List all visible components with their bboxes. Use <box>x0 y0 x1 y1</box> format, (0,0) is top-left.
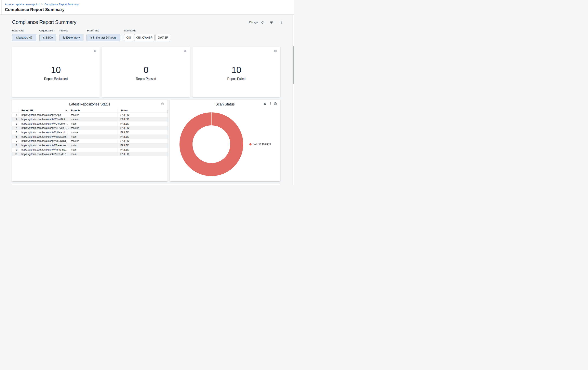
repo-url-cell: https://github.com/lavakush07/lavakush… <box>19 134 69 139</box>
table-row: 10 https://github.com/lavakush07/website… <box>12 152 168 156</box>
table-row: 4 https://github.com/lavakush07/COVID_T…… <box>12 126 168 130</box>
repo-url-cell: https://github.com/lavakush07/MS.DHO… <box>19 139 69 143</box>
tile-repos-evaluated: 10 Repos Evaluated <box>12 47 100 97</box>
status-cell: FAILED <box>118 130 168 134</box>
filters-button[interactable] <box>270 21 273 24</box>
standards-option-cis[interactable]: CIS <box>124 34 133 41</box>
branch-cell: master <box>69 113 118 117</box>
repos-evaluated-value: 10 <box>12 66 100 74</box>
row-index: 1 <box>12 113 19 117</box>
repositories-table: Repo URL Branch Status 1 https://github.… <box>12 109 168 156</box>
repo-url-header-label: Repo URL <box>21 109 34 112</box>
status-cell: FAILED <box>118 117 168 121</box>
filter-label-organization: Organization <box>39 29 54 32</box>
repo-url-cell: https://github.com/lavakush07/Chrome-… <box>19 121 69 126</box>
standards-option-cis-owasp[interactable]: CIS, OWASP <box>134 34 155 41</box>
row-index: 8 <box>12 143 19 148</box>
repo-url-cell: https://github.com/lavakush07/ChatBot <box>19 117 69 121</box>
page-scrollbar-track <box>292 15 294 185</box>
globe-icon[interactable] <box>274 50 277 53</box>
repo-url-cell: https://github.com/lavakush07/Reverse-… <box>19 143 69 148</box>
status-cell: FAILED <box>118 121 168 126</box>
filter-label-scan-time: Scan Time <box>86 29 99 32</box>
breadcrumb-page-link[interactable]: Compliance Report Summary <box>44 3 79 6</box>
repo-url-cell: https://github.com/lavakush07/temp-no… <box>19 148 69 152</box>
branch-cell: main <box>69 152 118 156</box>
scan-status-card: Scan Status <box>170 100 280 181</box>
repos-failed-value: 10 <box>192 66 280 74</box>
globe-icon[interactable] <box>93 50 96 53</box>
branch-cell: master <box>69 117 118 121</box>
row-index: 4 <box>12 126 19 130</box>
status-header-label: Status <box>120 109 128 112</box>
table-row: 3 https://github.com/lavakush07/Chrome-…… <box>12 121 168 126</box>
index-column-header <box>12 109 19 113</box>
filter-label-standards: Standards <box>124 29 136 32</box>
scan-status-donut-chart <box>170 100 280 181</box>
filter-icon <box>270 21 273 24</box>
tile-repos-failed: 10 Repos Failed <box>192 47 280 97</box>
filter-pill-scan-time[interactable]: is in the last 24 hours <box>86 34 120 41</box>
filter-pill-organization[interactable]: is SSCA <box>39 34 56 41</box>
table-row: 9 https://github.com/lavakush07/temp-no…… <box>12 148 168 152</box>
refresh-icon <box>261 21 264 24</box>
globe-icon[interactable] <box>184 50 187 53</box>
table-row: 8 https://github.com/lavakush07/Reverse-… <box>12 143 168 148</box>
row-index: 6 <box>12 134 19 139</box>
repo-url-column-header[interactable]: Repo URL <box>19 109 69 113</box>
dashboard-more-button[interactable] <box>280 21 283 24</box>
status-cell: FAILED <box>118 113 168 117</box>
kebab-menu-icon <box>280 21 283 24</box>
breadcrumb-chevron-icon <box>41 3 43 5</box>
donut-slice-gap <box>211 112 211 125</box>
next-row-card-partial <box>12 184 280 185</box>
sidebar-edge-divider <box>1 0 2 14</box>
globe-icon[interactable] <box>161 102 164 106</box>
status-cell: FAILED <box>118 152 168 156</box>
row-index: 9 <box>12 148 19 152</box>
filter-label-project: Project <box>60 29 68 32</box>
table-header-row: Repo URL Branch Status <box>12 109 168 113</box>
repos-passed-label: Repos Passed <box>102 77 190 80</box>
table-row: 1 https://github.com/lavakush07/.App mas… <box>12 113 168 117</box>
page-scrollbar-thumb[interactable] <box>293 46 294 84</box>
branch-header-label: Branch <box>71 109 80 112</box>
donut-failed-slice <box>186 119 237 170</box>
filter-label-repo-org: Repo Org <box>12 29 23 32</box>
repos-evaluated-label: Repos Evaluated <box>12 77 100 80</box>
page-title: Compliance Report Summary <box>5 7 64 12</box>
app-header: Account: app-harness-ng-cicd Compliance … <box>0 0 294 15</box>
standards-option-owasp[interactable]: OWASP <box>156 34 170 41</box>
table-card-title: Latest Repositories Status <box>12 102 168 106</box>
table-row: 7 https://github.com/lavakush07/MS.DHO… … <box>12 139 168 143</box>
legend-failed-label: FAILED 100.00% <box>253 143 271 146</box>
repos-passed-value: 0 <box>102 66 190 74</box>
table-row: 5 https://github.com/lavakush07/gitlearn… <box>12 130 168 134</box>
breadcrumb: Account: app-harness-ng-cicd Compliance … <box>5 3 79 6</box>
breadcrumb-account-link[interactable]: Account: app-harness-ng-cicd <box>5 3 39 6</box>
branch-cell: master <box>69 126 118 130</box>
filter-pill-repo-org[interactable]: is lavakush07 <box>12 34 36 41</box>
status-cell: FAILED <box>118 143 168 148</box>
table-row: 2 https://github.com/lavakush07/ChatBot … <box>12 117 168 121</box>
refresh-button[interactable] <box>261 21 264 24</box>
repo-url-cell: https://github.com/lavakush07/gitlearni… <box>19 130 69 134</box>
tile-repos-passed: 0 Repos Passed <box>102 47 190 97</box>
status-cell: FAILED <box>118 148 168 152</box>
row-index: 3 <box>12 121 19 126</box>
table-row: 6 https://github.com/lavakush07/lavakush… <box>12 134 168 139</box>
branch-column-header[interactable]: Branch <box>69 109 118 113</box>
branch-cell: master <box>69 139 118 143</box>
branch-cell: master <box>69 130 118 134</box>
repo-url-cell: https://github.com/lavakush07/COVID_T… <box>19 126 69 130</box>
chart-legend[interactable]: FAILED 100.00% <box>249 143 271 146</box>
repo-url-cell: https://github.com/lavakush07/.App <box>19 113 69 117</box>
status-column-header[interactable]: Status <box>118 109 168 113</box>
row-index: 10 <box>12 152 19 156</box>
branch-cell: main <box>69 148 118 152</box>
row-index: 7 <box>12 139 19 143</box>
last-refresh-time: 15h ago <box>249 21 258 24</box>
row-index: 2 <box>12 117 19 121</box>
status-cell: FAILED <box>118 139 168 143</box>
filter-pill-project[interactable]: is Exploratory <box>60 34 84 41</box>
